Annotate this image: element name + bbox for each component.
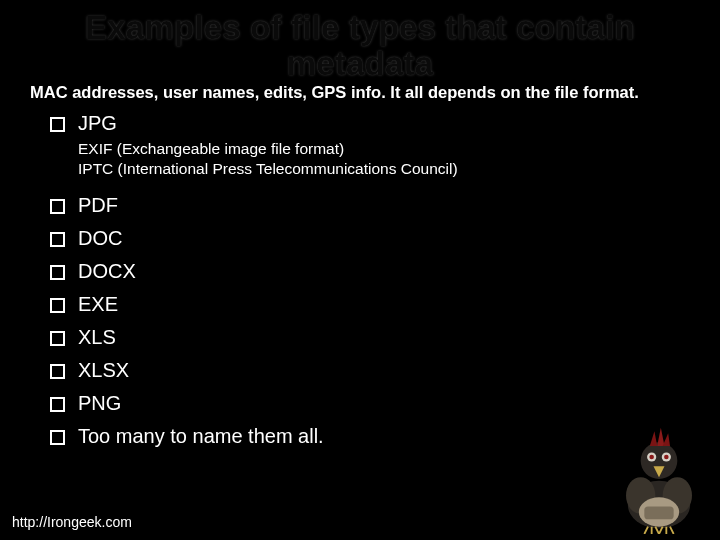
- subitem: EXIF (Exchangeable image file format) IP…: [30, 139, 690, 179]
- svg-rect-4: [644, 507, 673, 520]
- item-label: XLSX: [78, 359, 129, 381]
- list-item: XLS: [50, 322, 690, 353]
- list-item: DOC: [50, 223, 690, 254]
- item-label: PDF: [78, 194, 118, 216]
- subitem-line: EXIF (Exchangeable image file format): [78, 139, 690, 159]
- list-item: PNG: [50, 388, 690, 419]
- slide-subtitle: MAC addresses, user names, edits, GPS in…: [30, 83, 690, 102]
- list-item: PDF: [50, 190, 690, 221]
- item-label: Too many to name them all.: [78, 425, 324, 447]
- slide: Examples of file types that contain meta…: [0, 0, 720, 540]
- slide-title: Examples of file types that contain meta…: [30, 10, 690, 81]
- list-item: JPG: [50, 108, 690, 139]
- item-label: EXE: [78, 293, 118, 315]
- svg-point-9: [664, 455, 669, 460]
- bullet-list: PDF DOC DOCX EXE XLS XLSX PNG Too many t…: [30, 190, 690, 452]
- title-line-1: Examples of file types that contain: [85, 9, 635, 46]
- title-line-2: metadata: [287, 45, 434, 82]
- svg-marker-11: [650, 431, 657, 446]
- list-item: Too many to name them all.: [50, 421, 690, 452]
- svg-point-8: [649, 455, 654, 460]
- item-label: XLS: [78, 326, 116, 348]
- bullet-list: JPG: [30, 108, 690, 139]
- svg-marker-12: [657, 428, 664, 446]
- item-label: PNG: [78, 392, 121, 414]
- list-item: EXE: [50, 289, 690, 320]
- item-label: JPG: [78, 112, 117, 134]
- list-item: XLSX: [50, 355, 690, 386]
- footer-url: http://Irongeek.com: [12, 514, 132, 530]
- mascot-icon: [604, 424, 714, 534]
- svg-marker-13: [663, 433, 670, 446]
- subitem-line: IPTC (International Press Telecommunicat…: [78, 159, 690, 179]
- item-label: DOCX: [78, 260, 136, 282]
- item-label: DOC: [78, 227, 122, 249]
- list-item: DOCX: [50, 256, 690, 287]
